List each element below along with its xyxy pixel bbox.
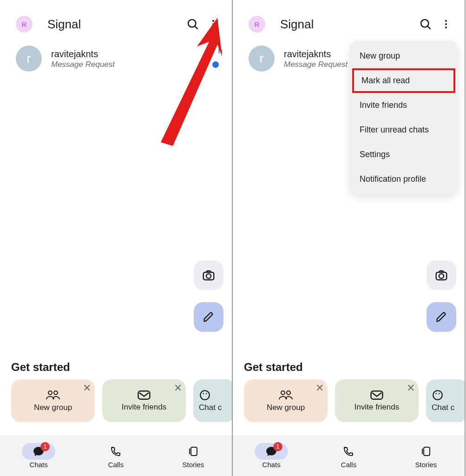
card-chat-colors[interactable]: Chat c — [426, 379, 466, 422]
unread-badge: 1 — [273, 442, 282, 451]
card-chat-colors[interactable]: Chat c — [193, 379, 233, 422]
menu-settings[interactable]: Settings — [350, 142, 457, 167]
stories-icon — [420, 446, 432, 457]
svg-point-12 — [203, 393, 204, 394]
profile-avatar[interactable]: R — [249, 16, 265, 33]
svg-point-15 — [421, 20, 428, 27]
nav-label: Stories — [182, 461, 204, 469]
nav-label: Calls — [341, 461, 356, 469]
group-icon — [278, 389, 293, 401]
card-new-group[interactable]: ✕ New group — [11, 379, 95, 422]
menu-invite-friends[interactable]: Invite friends — [350, 93, 457, 118]
nav-calls[interactable]: Calls — [332, 443, 365, 469]
phone-icon — [110, 446, 121, 457]
get-started-cards: ✕ New group ✕ Invite friends Chat c — [244, 379, 466, 422]
card-label: Invite friends — [354, 403, 399, 412]
nav-calls[interactable]: Calls — [99, 443, 132, 469]
mail-icon — [137, 390, 151, 401]
camera-fab[interactable] — [194, 260, 223, 290]
card-label: Invite friends — [122, 403, 166, 412]
app-header: R Signal — [0, 0, 232, 41]
close-icon[interactable]: ✕ — [407, 382, 415, 394]
svg-rect-10 — [138, 391, 150, 399]
svg-point-23 — [287, 391, 290, 395]
svg-point-27 — [439, 393, 440, 394]
compose-fab[interactable] — [194, 302, 223, 332]
search-icon[interactable] — [183, 14, 203, 34]
card-new-group[interactable]: ✕ New group — [244, 379, 328, 422]
search-icon[interactable] — [415, 14, 436, 34]
more-options-icon[interactable] — [436, 14, 456, 34]
card-label: New group — [267, 403, 305, 412]
more-options-icon[interactable] — [203, 14, 223, 34]
palette-icon — [432, 389, 444, 401]
chat-list-item[interactable]: r ravitejaknts Message Request h — [0, 41, 232, 76]
card-invite-friends[interactable]: ✕ Invite friends — [335, 379, 419, 422]
chat-name: ravitejaknts — [51, 48, 223, 60]
svg-point-22 — [281, 391, 285, 395]
nav-pill-stories — [177, 443, 210, 460]
chat-text-block: ravitejaknts Message Request — [51, 48, 223, 69]
overflow-menu: New group Mark all read Invite friends F… — [350, 41, 457, 194]
svg-point-25 — [433, 390, 442, 400]
svg-rect-28 — [424, 447, 430, 456]
card-invite-friends[interactable]: ✕ Invite friends — [102, 379, 186, 422]
svg-point-4 — [212, 26, 214, 28]
card-label: New group — [34, 403, 72, 412]
svg-point-8 — [48, 391, 52, 395]
nav-stories[interactable]: Stories — [409, 443, 443, 469]
nav-pill-stories — [409, 443, 443, 460]
menu-mark-all-read[interactable]: Mark all read — [352, 68, 455, 93]
svg-point-7 — [206, 274, 211, 278]
nav-pill-calls — [99, 443, 132, 460]
svg-point-9 — [54, 391, 58, 395]
app-title: Signal — [47, 17, 183, 32]
bottom-nav: 1 Chats Calls Stories — [233, 435, 465, 476]
compose-fab[interactable] — [427, 302, 456, 332]
camera-fab[interactable] — [427, 260, 456, 290]
unread-badge: 1 — [40, 442, 50, 451]
svg-point-0 — [188, 20, 196, 27]
svg-point-19 — [445, 26, 447, 28]
nav-pill-chats: 1 — [255, 443, 288, 460]
nav-label: Chats — [263, 461, 281, 469]
nav-label: Chats — [30, 461, 48, 469]
nav-stories[interactable]: Stories — [177, 443, 210, 469]
get-started-cards: ✕ New group ✕ Invite friends Chat c — [11, 379, 233, 422]
profile-avatar[interactable]: R — [16, 16, 33, 33]
menu-new-group[interactable]: New group — [350, 44, 457, 68]
app-title: Signal — [280, 17, 415, 32]
get-started-heading: Get started — [244, 361, 303, 374]
svg-point-21 — [439, 274, 444, 278]
close-icon[interactable]: ✕ — [83, 382, 91, 394]
nav-chats[interactable]: 1 Chats — [22, 443, 55, 469]
menu-notification-profile[interactable]: Notification profile — [350, 167, 457, 192]
chat-avatar: r — [249, 46, 275, 72]
nav-pill-calls — [332, 443, 365, 460]
svg-point-26 — [435, 393, 437, 394]
group-icon — [46, 389, 60, 401]
palette-icon — [199, 389, 211, 401]
phone-icon — [343, 446, 354, 457]
chat-timestamp-peek: h — [218, 46, 223, 56]
svg-point-17 — [445, 20, 447, 22]
bottom-nav: 1 Chats Calls Stories — [0, 435, 232, 476]
nav-label: Stories — [415, 461, 437, 469]
mail-icon — [370, 390, 384, 401]
chat-subtitle: Message Request — [51, 60, 223, 69]
nav-chats[interactable]: 1 Chats — [255, 443, 288, 469]
svg-rect-14 — [191, 447, 197, 456]
nav-pill-chats: 1 — [22, 443, 55, 460]
app-header: R Signal — [233, 0, 465, 41]
close-icon[interactable]: ✕ — [315, 382, 324, 394]
close-icon[interactable]: ✕ — [174, 382, 182, 394]
svg-rect-24 — [371, 391, 383, 399]
svg-point-2 — [212, 20, 214, 22]
chat-avatar: r — [16, 46, 42, 72]
screenshot-panel-left: R Signal r ravitejaknts Message Request … — [0, 0, 233, 476]
unread-indicator-dot — [212, 61, 219, 68]
menu-filter-unread[interactable]: Filter unread chats — [350, 118, 457, 142]
svg-line-16 — [428, 26, 431, 29]
card-label: Chat c — [199, 403, 222, 412]
card-label: Chat c — [432, 403, 454, 412]
